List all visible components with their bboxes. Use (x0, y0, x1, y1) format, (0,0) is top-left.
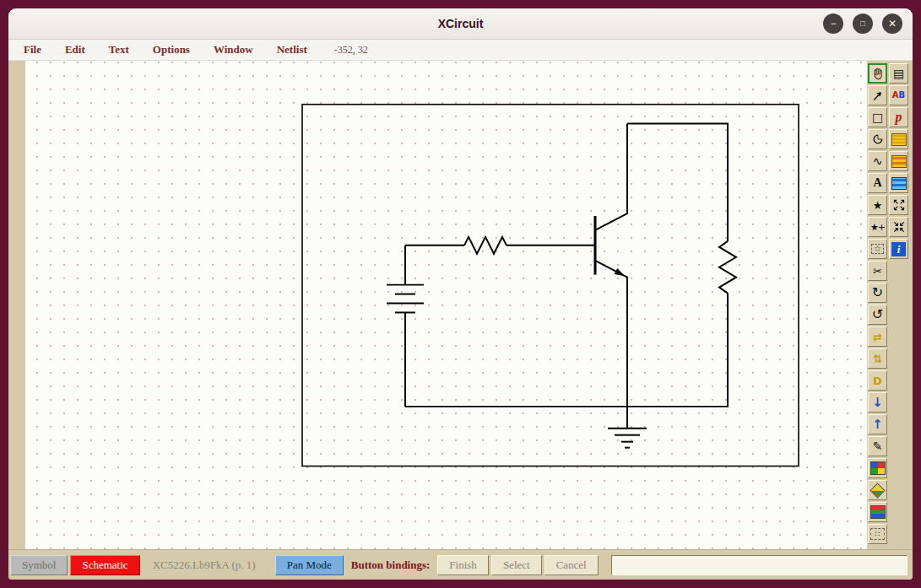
scissors-icon: ✂ (873, 266, 882, 277)
message-area (611, 555, 907, 575)
window-title: XCircuit (8, 17, 913, 30)
circuit-schematic (25, 61, 867, 549)
symbol-button[interactable]: Symbol (10, 555, 68, 575)
fill-styles-icon: ▤ (893, 67, 904, 79)
arc-tool[interactable] (868, 129, 887, 149)
parameter-tool[interactable]: p (889, 107, 908, 127)
zoom-out-icon (892, 198, 906, 212)
flip-horizontal-icon: ⇄ (873, 332, 882, 343)
main-area: □ ∿ A ★ ★+ ☆ ✂ ↻ ↺ ⇄ ⇅ (8, 61, 913, 549)
menu-text[interactable]: Text (109, 43, 129, 57)
copy-star-icon: ★+ (870, 223, 885, 232)
text-icon: A (873, 177, 881, 189)
parameter-p-icon: p (896, 111, 902, 124)
toolbar-column-left: □ ∿ A ★ ★+ ☆ ✂ ↻ ↺ ⇄ ⇅ (867, 62, 888, 545)
colors-tool[interactable] (868, 502, 887, 522)
unjoin-icon: D (873, 375, 882, 386)
pan-tool[interactable] (868, 63, 887, 84)
text-tool[interactable]: A (868, 173, 887, 193)
copy-tool[interactable]: ★+ (868, 217, 887, 237)
titlebar[interactable]: XCircuit − □ ✕ (8, 8, 913, 40)
emitter-arrow-icon (615, 268, 626, 276)
menubar: File Edit Text Options Window Netlist -3… (8, 40, 913, 61)
page-directory-tool[interactable] (889, 173, 908, 193)
toolbar: □ ∿ A ★ ★+ ☆ ✂ ↻ ↺ ⇄ ⇅ (867, 61, 913, 549)
finish-button[interactable]: Finish (437, 555, 489, 575)
zoom-out-tool[interactable] (889, 195, 908, 215)
edit-tool[interactable]: ☆ (868, 239, 887, 259)
info-tool[interactable]: i (889, 239, 908, 259)
canvas-left-margin (8, 61, 25, 549)
arc-icon (871, 132, 885, 146)
menu-options[interactable]: Options (153, 43, 190, 57)
npn-transistor[interactable] (595, 124, 627, 429)
netlist-tool[interactable]: AB (889, 85, 908, 105)
ground-symbol[interactable] (608, 429, 647, 448)
rotate-ccw-icon: ↺ (872, 308, 883, 321)
toolbar-column-right: ▤ AB p (888, 62, 909, 260)
spline-tool[interactable]: ∿ (868, 151, 887, 171)
rotate-ccw-tool[interactable]: ↺ (868, 305, 887, 325)
library-directory-icon (891, 155, 907, 168)
spline-icon: ∿ (873, 155, 883, 167)
page-directory-icon (891, 177, 907, 190)
delete-tool[interactable]: ✂ (868, 261, 887, 281)
library-book-icon (891, 133, 907, 146)
fill-styles-tool[interactable]: ▤ (889, 63, 908, 84)
menu-window[interactable]: Window (214, 43, 253, 57)
resistor-horizontal[interactable] (464, 237, 507, 254)
cancel-button[interactable]: Cancel (544, 555, 599, 575)
edit-icon: ☆ (871, 244, 884, 254)
grid-icon: ∷ (870, 528, 885, 540)
wire-tool[interactable] (868, 85, 887, 105)
library-directory-tool[interactable] (889, 151, 908, 171)
maximize-button[interactable]: □ (853, 13, 873, 34)
rotate-cw-icon: ↻ (872, 286, 883, 299)
button-bindings-label: Button bindings: (346, 558, 436, 572)
select-button[interactable]: Select (491, 555, 542, 575)
push-tool[interactable]: ↓ (868, 392, 887, 413)
pan-mode-button[interactable]: Pan Mode (275, 555, 344, 575)
library-tool[interactable] (889, 129, 908, 149)
menu-edit[interactable]: Edit (65, 43, 85, 57)
rotate-cw-tool[interactable]: ↻ (868, 283, 887, 303)
make-symbol-icon: ✎ (873, 440, 883, 452)
pop-tool[interactable]: ↑ (868, 414, 887, 434)
push-down-arrow-icon: ↓ (872, 396, 883, 409)
xcircuit-window: XCircuit − □ ✕ File Edit Text Options Wi… (8, 8, 913, 580)
menu-file[interactable]: File (24, 43, 41, 57)
drawing-canvas[interactable] (25, 61, 867, 549)
wire[interactable] (627, 124, 728, 241)
zoom-in-icon (892, 220, 906, 234)
matte-tool[interactable] (868, 458, 887, 478)
pan-hand-icon (870, 67, 885, 81)
zoom-in-tool[interactable] (889, 217, 908, 237)
info-icon: i (891, 242, 906, 256)
schematic-button[interactable]: Schematic (70, 555, 139, 575)
battery[interactable] (387, 245, 424, 407)
colors-icon (870, 505, 886, 519)
join-icon (870, 483, 885, 498)
wire-icon (871, 89, 885, 102)
wire[interactable] (627, 294, 728, 407)
pop-up-arrow-icon: ↑ (872, 418, 883, 431)
make-symbol-tool[interactable]: ✎ (868, 436, 887, 456)
menu-netlist[interactable]: Netlist (277, 43, 307, 57)
join-tool[interactable] (868, 480, 887, 500)
minimize-button[interactable]: − (823, 13, 843, 34)
netlist-ab-icon: AB (892, 91, 905, 100)
unjoin-tool[interactable]: D (868, 370, 887, 391)
resistor-vertical[interactable] (719, 241, 736, 294)
grid-tool[interactable]: ∷ (868, 524, 887, 544)
window-controls: − □ ✕ (823, 13, 913, 34)
cursor-coordinates: -352, 32 (334, 44, 368, 57)
box-tool[interactable]: □ (868, 107, 887, 127)
flip-vertical-tool[interactable]: ⇅ (868, 348, 887, 369)
flip-vertical-icon: ⇅ (873, 353, 882, 364)
statusbar: Symbol Schematic XC5226.Lb9FkA (p. 1) Pa… (8, 549, 913, 580)
flip-horizontal-tool[interactable]: ⇄ (868, 326, 887, 347)
move-star-icon: ★ (873, 200, 883, 211)
matte-icon (870, 461, 886, 475)
move-tool[interactable]: ★ (868, 195, 887, 215)
close-button[interactable]: ✕ (882, 13, 902, 34)
